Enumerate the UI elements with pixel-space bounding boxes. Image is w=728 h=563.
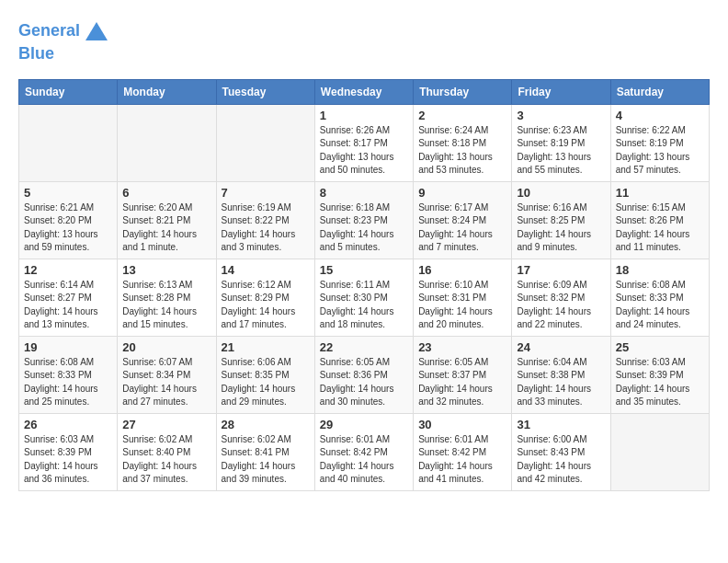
- day-number: 8: [320, 186, 408, 200]
- calendar-cell: 16Sunrise: 6:10 AMSunset: 8:31 PMDayligh…: [414, 259, 512, 336]
- day-number: 31: [517, 418, 605, 431]
- week-row-3: 12Sunrise: 6:14 AMSunset: 8:27 PMDayligh…: [19, 259, 710, 336]
- calendar-cell: 18Sunrise: 6:08 AMSunset: 8:33 PMDayligh…: [610, 259, 709, 336]
- calendar-table: SundayMondayTuesdayWednesdayThursdayFrid…: [18, 79, 710, 491]
- calendar-cell: 8Sunrise: 6:18 AMSunset: 8:23 PMDaylight…: [314, 181, 413, 259]
- day-info: Sunrise: 6:01 AMSunset: 8:42 PMDaylight:…: [418, 433, 506, 487]
- calendar-cell: 27Sunrise: 6:02 AMSunset: 8:40 PMDayligh…: [118, 413, 216, 490]
- week-row-4: 19Sunrise: 6:08 AMSunset: 8:33 PMDayligh…: [19, 336, 710, 413]
- calendar-cell: 9Sunrise: 6:17 AMSunset: 8:24 PMDaylight…: [414, 181, 512, 259]
- day-number: 21: [222, 340, 310, 354]
- logo-text: General: [18, 21, 80, 41]
- col-header-wednesday: Wednesday: [314, 79, 413, 104]
- day-info: Sunrise: 6:00 AMSunset: 8:43 PMDaylight:…: [517, 433, 605, 487]
- day-number: 7: [222, 186, 310, 200]
- day-number: 19: [24, 340, 112, 354]
- day-number: 18: [616, 263, 704, 277]
- day-number: 5: [24, 186, 112, 200]
- day-info: Sunrise: 6:08 AMSunset: 8:33 PMDaylight:…: [24, 356, 112, 409]
- calendar-cell: [118, 104, 216, 181]
- day-number: 16: [418, 263, 506, 277]
- day-number: 28: [222, 418, 310, 431]
- calendar-cell: 29Sunrise: 6:01 AMSunset: 8:42 PMDayligh…: [314, 413, 413, 490]
- day-number: 29: [320, 418, 408, 431]
- day-number: 30: [418, 418, 506, 431]
- calendar-cell: [19, 104, 118, 181]
- col-header-saturday: Saturday: [610, 79, 709, 104]
- day-number: 13: [122, 263, 210, 277]
- day-info: Sunrise: 6:03 AMSunset: 8:39 PMDaylight:…: [24, 433, 112, 487]
- day-info: Sunrise: 6:14 AMSunset: 8:27 PMDaylight:…: [24, 279, 112, 332]
- calendar-cell: 31Sunrise: 6:00 AMSunset: 8:43 PMDayligh…: [512, 413, 610, 490]
- logo: General Blue: [18, 18, 109, 64]
- calendar-header-row: SundayMondayTuesdayWednesdayThursdayFrid…: [19, 79, 710, 104]
- col-header-friday: Friday: [512, 79, 610, 104]
- calendar-cell: [216, 104, 314, 181]
- logo-icon: [84, 18, 109, 44]
- calendar-cell: 4Sunrise: 6:22 AMSunset: 8:19 PMDaylight…: [610, 104, 709, 181]
- day-info: Sunrise: 6:22 AMSunset: 8:19 PMDaylight:…: [616, 124, 704, 178]
- svg-marker-0: [85, 22, 108, 40]
- day-info: Sunrise: 6:03 AMSunset: 8:39 PMDaylight:…: [616, 356, 704, 409]
- day-info: Sunrise: 6:10 AMSunset: 8:31 PMDaylight:…: [418, 279, 506, 332]
- day-info: Sunrise: 6:18 AMSunset: 8:23 PMDaylight:…: [320, 201, 408, 255]
- calendar-cell: 12Sunrise: 6:14 AMSunset: 8:27 PMDayligh…: [19, 259, 118, 336]
- calendar-cell: 25Sunrise: 6:03 AMSunset: 8:39 PMDayligh…: [610, 336, 709, 413]
- day-info: Sunrise: 6:12 AMSunset: 8:29 PMDaylight:…: [222, 279, 310, 332]
- day-number: 2: [418, 109, 506, 122]
- week-row-5: 26Sunrise: 6:03 AMSunset: 8:39 PMDayligh…: [19, 413, 710, 490]
- day-info: Sunrise: 6:19 AMSunset: 8:22 PMDaylight:…: [222, 201, 310, 255]
- day-number: 10: [517, 186, 605, 200]
- day-info: Sunrise: 6:24 AMSunset: 8:18 PMDaylight:…: [418, 124, 506, 178]
- day-info: Sunrise: 6:06 AMSunset: 8:35 PMDaylight:…: [222, 356, 310, 409]
- day-number: 25: [616, 340, 704, 354]
- day-info: Sunrise: 6:05 AMSunset: 8:37 PMDaylight:…: [418, 356, 506, 409]
- day-number: 3: [517, 109, 605, 122]
- day-number: 22: [320, 340, 408, 354]
- day-info: Sunrise: 6:16 AMSunset: 8:25 PMDaylight:…: [517, 201, 605, 255]
- day-info: Sunrise: 6:02 AMSunset: 8:40 PMDaylight:…: [122, 433, 210, 487]
- calendar-cell: 14Sunrise: 6:12 AMSunset: 8:29 PMDayligh…: [216, 259, 314, 336]
- col-header-thursday: Thursday: [414, 79, 512, 104]
- logo-text-blue: Blue: [18, 44, 109, 64]
- day-info: Sunrise: 6:04 AMSunset: 8:38 PMDaylight:…: [517, 356, 605, 409]
- day-number: 11: [616, 186, 704, 200]
- calendar-cell: 21Sunrise: 6:06 AMSunset: 8:35 PMDayligh…: [216, 336, 314, 413]
- day-info: Sunrise: 6:17 AMSunset: 8:24 PMDaylight:…: [418, 201, 506, 255]
- day-info: Sunrise: 6:20 AMSunset: 8:21 PMDaylight:…: [122, 201, 210, 255]
- day-info: Sunrise: 6:01 AMSunset: 8:42 PMDaylight:…: [320, 433, 408, 487]
- calendar-cell: 10Sunrise: 6:16 AMSunset: 8:25 PMDayligh…: [512, 181, 610, 259]
- day-number: 20: [122, 340, 210, 354]
- day-info: Sunrise: 6:11 AMSunset: 8:30 PMDaylight:…: [320, 279, 408, 332]
- day-number: 23: [418, 340, 506, 354]
- calendar-cell: 15Sunrise: 6:11 AMSunset: 8:30 PMDayligh…: [314, 259, 413, 336]
- day-info: Sunrise: 6:08 AMSunset: 8:33 PMDaylight:…: [616, 279, 704, 332]
- calendar-cell: 20Sunrise: 6:07 AMSunset: 8:34 PMDayligh…: [118, 336, 216, 413]
- day-number: 27: [122, 418, 210, 431]
- calendar-cell: 1Sunrise: 6:26 AMSunset: 8:17 PMDaylight…: [314, 104, 413, 181]
- calendar-cell: 11Sunrise: 6:15 AMSunset: 8:26 PMDayligh…: [610, 181, 709, 259]
- day-info: Sunrise: 6:13 AMSunset: 8:28 PMDaylight:…: [122, 279, 210, 332]
- calendar-cell: 3Sunrise: 6:23 AMSunset: 8:19 PMDaylight…: [512, 104, 610, 181]
- calendar-cell: 22Sunrise: 6:05 AMSunset: 8:36 PMDayligh…: [314, 336, 413, 413]
- calendar-cell: 6Sunrise: 6:20 AMSunset: 8:21 PMDaylight…: [118, 181, 216, 259]
- calendar-cell: 13Sunrise: 6:13 AMSunset: 8:28 PMDayligh…: [118, 259, 216, 336]
- calendar-cell: 24Sunrise: 6:04 AMSunset: 8:38 PMDayligh…: [512, 336, 610, 413]
- day-number: 4: [616, 109, 704, 122]
- col-header-tuesday: Tuesday: [216, 79, 314, 104]
- calendar-cell: 17Sunrise: 6:09 AMSunset: 8:32 PMDayligh…: [512, 259, 610, 336]
- day-number: 26: [24, 418, 112, 431]
- day-number: 17: [517, 263, 605, 277]
- week-row-1: 1Sunrise: 6:26 AMSunset: 8:17 PMDaylight…: [19, 104, 710, 181]
- day-number: 1: [320, 109, 408, 122]
- day-info: Sunrise: 6:02 AMSunset: 8:41 PMDaylight:…: [222, 433, 310, 487]
- day-number: 15: [320, 263, 408, 277]
- page-header: General Blue: [18, 18, 710, 64]
- calendar-cell: 7Sunrise: 6:19 AMSunset: 8:22 PMDaylight…: [216, 181, 314, 259]
- calendar-cell: 26Sunrise: 6:03 AMSunset: 8:39 PMDayligh…: [19, 413, 118, 490]
- day-info: Sunrise: 6:15 AMSunset: 8:26 PMDaylight:…: [616, 201, 704, 255]
- calendar-cell: 23Sunrise: 6:05 AMSunset: 8:37 PMDayligh…: [414, 336, 512, 413]
- day-number: 14: [222, 263, 310, 277]
- day-info: Sunrise: 6:09 AMSunset: 8:32 PMDaylight:…: [517, 279, 605, 332]
- day-info: Sunrise: 6:23 AMSunset: 8:19 PMDaylight:…: [517, 124, 605, 178]
